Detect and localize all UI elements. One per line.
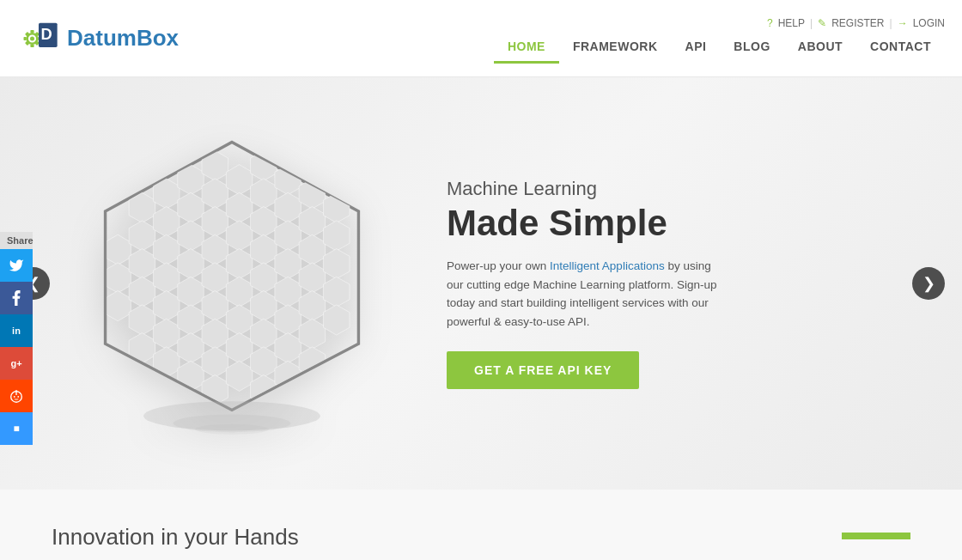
hero-description: Power-up your own Intelligent Applicatio…: [447, 257, 722, 331]
hero-text-content: Machine Learning Made Simple Power-up yo…: [412, 178, 910, 390]
share-label: Share: [0, 232, 33, 249]
bottom-text: Innovation in your Hands The Datumbox AP…: [52, 524, 807, 560]
logo[interactable]: D DatumBox: [17, 17, 179, 60]
googleplus-share-button[interactable]: g+: [0, 347, 33, 380]
logo-icon: D: [17, 17, 60, 60]
hex-graphic-container: [52, 129, 412, 438]
svg-point-6: [30, 36, 34, 40]
hero-title: Made Simple: [447, 204, 910, 243]
main-nav: HOME FRAMEWORK API BLOG ABOUT CONTACT: [494, 33, 945, 60]
nav-about[interactable]: ABOUT: [784, 33, 856, 60]
linkedin-share-button[interactable]: in: [0, 314, 33, 347]
top-right: ? HELP | ✎ REGISTER | → LOGIN HOME FRAME…: [494, 17, 945, 60]
hero-desc-link[interactable]: Intelligent Applications: [550, 259, 665, 272]
nav-blog[interactable]: BLOG: [720, 33, 783, 60]
bottom-accent-bar: [842, 533, 910, 539]
separator2: |: [890, 17, 892, 29]
twitter-share-button[interactable]: [0, 249, 33, 282]
register-icon: ✎: [818, 17, 826, 29]
login-link[interactable]: LOGIN: [913, 17, 945, 29]
svg-point-3: [15, 390, 18, 393]
hero-content: Machine Learning Made Simple Power-up yo…: [52, 129, 910, 438]
svg-point-2: [17, 396, 19, 398]
svg-text:D: D: [41, 24, 52, 42]
hero-section: ❮: [0, 77, 962, 490]
svg-point-21: [195, 424, 269, 435]
logo-dark: Datum: [67, 25, 137, 51]
top-links: ? HELP | ✎ REGISTER | → LOGIN: [767, 17, 945, 29]
next-arrow-label: ❯: [922, 274, 935, 293]
bottom-title: Innovation in your Hands: [52, 524, 807, 551]
svg-rect-8: [30, 44, 33, 46]
bottom-section: Innovation in your Hands The Datumbox AP…: [0, 490, 962, 560]
help-icon: ?: [767, 17, 773, 29]
hexagon-graphic: [77, 129, 387, 438]
facebook-share-button[interactable]: [0, 282, 33, 314]
logo-text: DatumBox: [67, 25, 179, 52]
nav-contact[interactable]: CONTACT: [856, 33, 945, 60]
nav-framework[interactable]: FRAMEWORK: [559, 33, 672, 60]
reddit-share-button[interactable]: [0, 380, 33, 412]
svg-rect-7: [30, 30, 33, 33]
svg-rect-9: [24, 36, 27, 40]
nav-api[interactable]: API: [672, 33, 721, 60]
separator1: |: [810, 17, 813, 29]
cta-button[interactable]: GET A FREE API KEY: [447, 351, 639, 389]
carousel-next-button[interactable]: ❯: [912, 267, 945, 300]
nav-home[interactable]: HOME: [494, 33, 559, 60]
help-link[interactable]: HELP: [778, 17, 805, 29]
hero-subtitle: Machine Learning: [447, 178, 910, 200]
delicious-share-button[interactable]: ■: [0, 412, 33, 445]
social-share-panel: Share in g+ ■: [0, 232, 33, 445]
svg-point-1: [14, 396, 15, 398]
login-icon: →: [898, 17, 908, 29]
logo-blue: Box: [137, 25, 179, 51]
register-link[interactable]: REGISTER: [831, 17, 884, 29]
top-bar: D DatumBox ? HELP | ✎ REGISTER | → LOGIN…: [0, 0, 962, 77]
